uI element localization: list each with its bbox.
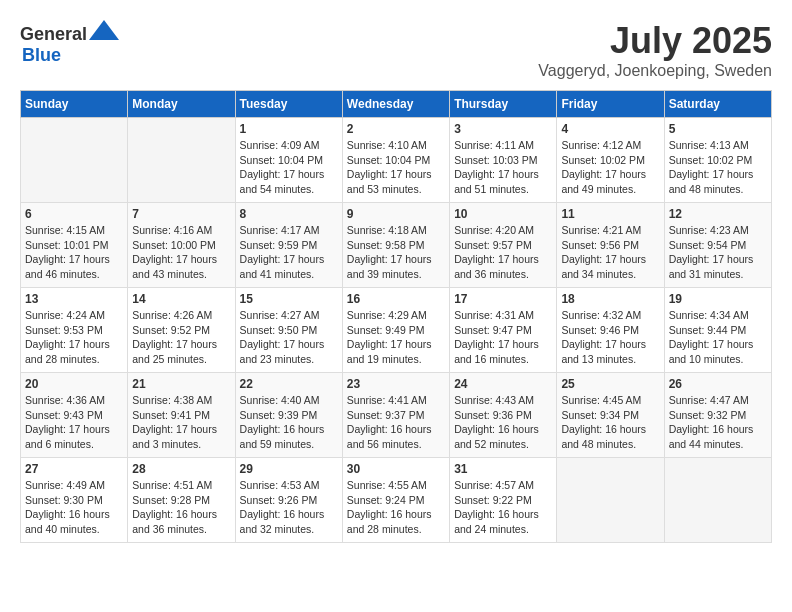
weekday-header-saturday: Saturday — [664, 91, 771, 118]
calendar-cell: 3Sunrise: 4:11 AM Sunset: 10:03 PM Dayli… — [450, 118, 557, 203]
logo-icon — [89, 20, 119, 40]
calendar-cell: 21Sunrise: 4:38 AM Sunset: 9:41 PM Dayli… — [128, 373, 235, 458]
calendar-cell: 20Sunrise: 4:36 AM Sunset: 9:43 PM Dayli… — [21, 373, 128, 458]
day-detail: Sunrise: 4:51 AM Sunset: 9:28 PM Dayligh… — [132, 478, 230, 537]
logo-general: General — [20, 24, 87, 44]
day-number: 26 — [669, 377, 767, 391]
calendar-cell: 17Sunrise: 4:31 AM Sunset: 9:47 PM Dayli… — [450, 288, 557, 373]
day-detail: Sunrise: 4:12 AM Sunset: 10:02 PM Daylig… — [561, 138, 659, 197]
day-detail: Sunrise: 4:10 AM Sunset: 10:04 PM Daylig… — [347, 138, 445, 197]
day-detail: Sunrise: 4:40 AM Sunset: 9:39 PM Dayligh… — [240, 393, 338, 452]
calendar-cell: 8Sunrise: 4:17 AM Sunset: 9:59 PM Daylig… — [235, 203, 342, 288]
calendar-cell: 4Sunrise: 4:12 AM Sunset: 10:02 PM Dayli… — [557, 118, 664, 203]
day-number: 1 — [240, 122, 338, 136]
day-detail: Sunrise: 4:15 AM Sunset: 10:01 PM Daylig… — [25, 223, 123, 282]
title-area: July 2025 Vaggeryd, Joenkoeping, Sweden — [538, 20, 772, 80]
calendar-table: SundayMondayTuesdayWednesdayThursdayFrid… — [20, 90, 772, 543]
svg-marker-0 — [89, 20, 119, 40]
calendar-cell: 9Sunrise: 4:18 AM Sunset: 9:58 PM Daylig… — [342, 203, 449, 288]
calendar-cell: 11Sunrise: 4:21 AM Sunset: 9:56 PM Dayli… — [557, 203, 664, 288]
day-detail: Sunrise: 4:09 AM Sunset: 10:04 PM Daylig… — [240, 138, 338, 197]
month-title: July 2025 — [538, 20, 772, 62]
logo-blue: Blue — [22, 45, 61, 65]
calendar-cell: 19Sunrise: 4:34 AM Sunset: 9:44 PM Dayli… — [664, 288, 771, 373]
calendar-cell: 1Sunrise: 4:09 AM Sunset: 10:04 PM Dayli… — [235, 118, 342, 203]
day-number: 17 — [454, 292, 552, 306]
weekday-header-row: SundayMondayTuesdayWednesdayThursdayFrid… — [21, 91, 772, 118]
day-detail: Sunrise: 4:57 AM Sunset: 9:22 PM Dayligh… — [454, 478, 552, 537]
page-header: General Blue July 2025 Vaggeryd, Joenkoe… — [20, 20, 772, 80]
day-detail: Sunrise: 4:45 AM Sunset: 9:34 PM Dayligh… — [561, 393, 659, 452]
day-number: 10 — [454, 207, 552, 221]
day-detail: Sunrise: 4:18 AM Sunset: 9:58 PM Dayligh… — [347, 223, 445, 282]
calendar-cell: 16Sunrise: 4:29 AM Sunset: 9:49 PM Dayli… — [342, 288, 449, 373]
day-detail: Sunrise: 4:11 AM Sunset: 10:03 PM Daylig… — [454, 138, 552, 197]
logo: General Blue — [20, 20, 119, 66]
logo-text: General Blue — [20, 20, 119, 66]
day-detail: Sunrise: 4:13 AM Sunset: 10:02 PM Daylig… — [669, 138, 767, 197]
weekday-header-tuesday: Tuesday — [235, 91, 342, 118]
day-number: 19 — [669, 292, 767, 306]
day-detail: Sunrise: 4:32 AM Sunset: 9:46 PM Dayligh… — [561, 308, 659, 367]
calendar-cell: 30Sunrise: 4:55 AM Sunset: 9:24 PM Dayli… — [342, 458, 449, 543]
day-number: 22 — [240, 377, 338, 391]
calendar-cell: 24Sunrise: 4:43 AM Sunset: 9:36 PM Dayli… — [450, 373, 557, 458]
day-number: 30 — [347, 462, 445, 476]
calendar-cell: 25Sunrise: 4:45 AM Sunset: 9:34 PM Dayli… — [557, 373, 664, 458]
day-number: 18 — [561, 292, 659, 306]
day-detail: Sunrise: 4:55 AM Sunset: 9:24 PM Dayligh… — [347, 478, 445, 537]
day-number: 11 — [561, 207, 659, 221]
day-number: 9 — [347, 207, 445, 221]
calendar-week-2: 6Sunrise: 4:15 AM Sunset: 10:01 PM Dayli… — [21, 203, 772, 288]
calendar-cell: 6Sunrise: 4:15 AM Sunset: 10:01 PM Dayli… — [21, 203, 128, 288]
calendar-cell: 13Sunrise: 4:24 AM Sunset: 9:53 PM Dayli… — [21, 288, 128, 373]
calendar-cell: 5Sunrise: 4:13 AM Sunset: 10:02 PM Dayli… — [664, 118, 771, 203]
calendar-week-5: 27Sunrise: 4:49 AM Sunset: 9:30 PM Dayli… — [21, 458, 772, 543]
calendar-cell — [664, 458, 771, 543]
day-detail: Sunrise: 4:17 AM Sunset: 9:59 PM Dayligh… — [240, 223, 338, 282]
day-number: 25 — [561, 377, 659, 391]
day-number: 13 — [25, 292, 123, 306]
calendar-week-1: 1Sunrise: 4:09 AM Sunset: 10:04 PM Dayli… — [21, 118, 772, 203]
day-detail: Sunrise: 4:36 AM Sunset: 9:43 PM Dayligh… — [25, 393, 123, 452]
day-detail: Sunrise: 4:27 AM Sunset: 9:50 PM Dayligh… — [240, 308, 338, 367]
day-detail: Sunrise: 4:16 AM Sunset: 10:00 PM Daylig… — [132, 223, 230, 282]
calendar-cell: 23Sunrise: 4:41 AM Sunset: 9:37 PM Dayli… — [342, 373, 449, 458]
day-number: 3 — [454, 122, 552, 136]
day-number: 20 — [25, 377, 123, 391]
day-detail: Sunrise: 4:20 AM Sunset: 9:57 PM Dayligh… — [454, 223, 552, 282]
day-detail: Sunrise: 4:31 AM Sunset: 9:47 PM Dayligh… — [454, 308, 552, 367]
day-detail: Sunrise: 4:24 AM Sunset: 9:53 PM Dayligh… — [25, 308, 123, 367]
day-detail: Sunrise: 4:23 AM Sunset: 9:54 PM Dayligh… — [669, 223, 767, 282]
weekday-header-friday: Friday — [557, 91, 664, 118]
calendar-cell: 2Sunrise: 4:10 AM Sunset: 10:04 PM Dayli… — [342, 118, 449, 203]
day-detail: Sunrise: 4:47 AM Sunset: 9:32 PM Dayligh… — [669, 393, 767, 452]
calendar-cell: 29Sunrise: 4:53 AM Sunset: 9:26 PM Dayli… — [235, 458, 342, 543]
calendar-cell — [557, 458, 664, 543]
day-number: 29 — [240, 462, 338, 476]
calendar-cell — [128, 118, 235, 203]
calendar-week-3: 13Sunrise: 4:24 AM Sunset: 9:53 PM Dayli… — [21, 288, 772, 373]
weekday-header-sunday: Sunday — [21, 91, 128, 118]
day-number: 15 — [240, 292, 338, 306]
calendar-week-4: 20Sunrise: 4:36 AM Sunset: 9:43 PM Dayli… — [21, 373, 772, 458]
day-number: 24 — [454, 377, 552, 391]
day-detail: Sunrise: 4:43 AM Sunset: 9:36 PM Dayligh… — [454, 393, 552, 452]
day-number: 12 — [669, 207, 767, 221]
day-detail: Sunrise: 4:21 AM Sunset: 9:56 PM Dayligh… — [561, 223, 659, 282]
day-number: 8 — [240, 207, 338, 221]
calendar-cell: 10Sunrise: 4:20 AM Sunset: 9:57 PM Dayli… — [450, 203, 557, 288]
calendar-cell: 27Sunrise: 4:49 AM Sunset: 9:30 PM Dayli… — [21, 458, 128, 543]
day-number: 16 — [347, 292, 445, 306]
day-detail: Sunrise: 4:34 AM Sunset: 9:44 PM Dayligh… — [669, 308, 767, 367]
weekday-header-monday: Monday — [128, 91, 235, 118]
day-detail: Sunrise: 4:26 AM Sunset: 9:52 PM Dayligh… — [132, 308, 230, 367]
day-number: 5 — [669, 122, 767, 136]
weekday-header-wednesday: Wednesday — [342, 91, 449, 118]
day-number: 7 — [132, 207, 230, 221]
calendar-cell: 26Sunrise: 4:47 AM Sunset: 9:32 PM Dayli… — [664, 373, 771, 458]
day-number: 21 — [132, 377, 230, 391]
day-number: 2 — [347, 122, 445, 136]
calendar-cell: 14Sunrise: 4:26 AM Sunset: 9:52 PM Dayli… — [128, 288, 235, 373]
calendar-cell: 28Sunrise: 4:51 AM Sunset: 9:28 PM Dayli… — [128, 458, 235, 543]
